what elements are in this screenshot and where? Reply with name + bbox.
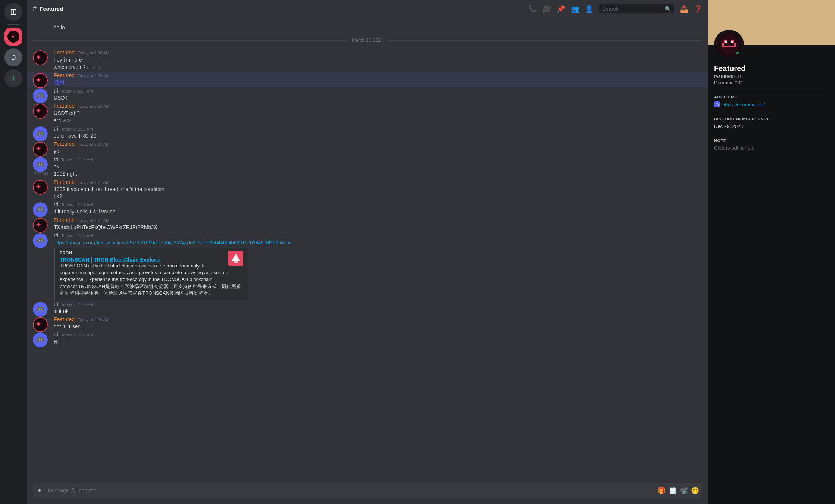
avatar[interactable]: 🎮 [33, 233, 48, 248]
avatar[interactable]: 🎮 [33, 88, 48, 103]
help-icon[interactable]: ❓ [694, 5, 702, 13]
emoji-icon[interactable]: 😊 [691, 486, 699, 495]
avatar[interactable]: ✦ [33, 104, 48, 119]
profile-avatar[interactable] [714, 30, 744, 60]
message-timestamp: Today at 2:11 AM [78, 218, 109, 223]
avatar[interactable]: 🎮 [33, 202, 48, 217]
search-box[interactable]: Search 🔍 [599, 4, 674, 13]
svg-rect-26 [725, 41, 727, 43]
message-header: tri Today at 2:11 AM [54, 201, 702, 207]
message-row: 2:10 AM 100$ right [54, 170, 702, 178]
gif-icon[interactable]: 📽️ [680, 486, 688, 495]
link-embed: TRON TRONSCAN | TRON BlockChain Explorer… [54, 248, 248, 300]
message-header: tri Today at 2:10 AM [54, 88, 702, 94]
server-icon-main[interactable]: ✦ [4, 28, 22, 46]
message-username[interactable]: tri [54, 88, 58, 94]
featured-avatar: ✦ [33, 104, 48, 119]
avatar[interactable]: ✦ [33, 50, 48, 65]
profile-website-link[interactable]: ⬡ https://demonic.pro/ [714, 101, 829, 107]
message-header: Featured Today at 2:11 AM [54, 179, 702, 185]
table-row: 🎮 tri Today at 2:10 AM ok 2:10 AM 100$ r… [27, 156, 708, 178]
message-username[interactable]: tri [54, 126, 58, 132]
profile-link-text: https://demonic.pro/ [722, 102, 765, 107]
channel-name: Featured [40, 6, 63, 12]
profile-icon[interactable]: 👤 [585, 5, 593, 13]
gift-icon[interactable]: 🎁 [657, 486, 666, 495]
embed-title[interactable]: TRONSCAN | TRON BlockChain Explorer [60, 257, 161, 263]
svg-rect-16 [234, 258, 238, 263]
link-icon: ⬡ [714, 101, 720, 107]
channel-hash-icon: # [33, 5, 37, 13]
message-timestamp: Today at 2:10 AM [78, 142, 109, 147]
inbox-icon[interactable]: 📥 [680, 5, 688, 13]
tronscan-link[interactable]: https://tronscan.org/#/transaction/2657f… [54, 240, 292, 245]
message-text: https://tronscan.org/#/transaction/2657f… [54, 239, 702, 246]
tri-avatar: 🎮 [33, 233, 48, 248]
sticker-icon[interactable]: 🗒️ [669, 486, 677, 495]
message-username[interactable]: tri [54, 156, 58, 162]
tri-avatar: 🎮 [33, 302, 48, 317]
message-input[interactable] [46, 483, 654, 498]
message-timestamp: Today at 2:10 AM [78, 104, 109, 109]
avatar[interactable]: ✦ [33, 73, 48, 88]
add-server-button[interactable]: + [4, 69, 22, 87]
list-item: hello [27, 24, 708, 32]
message-username[interactable]: Featured [54, 50, 75, 56]
chat-messages: hello March 23, 2024 ✦ Featured Today at… [27, 18, 708, 483]
message-username[interactable]: tri [54, 232, 58, 238]
avatar[interactable]: 🎮 [33, 302, 48, 317]
search-placeholder: Search [602, 6, 619, 12]
mention: @tri [54, 79, 65, 85]
message-username[interactable]: tri [54, 201, 58, 207]
message-timestamp: Today at 2:32 AM [61, 333, 93, 337]
featured-avatar: ✦ [33, 218, 48, 233]
table-row: ✦ Featured Today at 2:10 AM ye [27, 140, 708, 156]
tri-avatar: 🎮 [33, 126, 48, 141]
chat-header-left: # Featured [33, 5, 63, 13]
tri-avatar: 🎮 [33, 332, 48, 347]
message-username[interactable]: tri [54, 301, 58, 307]
avatar[interactable]: ✦ [33, 180, 48, 195]
message-text: hey i'm here [54, 56, 702, 63]
message-username[interactable]: tri [54, 332, 58, 338]
video-icon[interactable]: 🎥 [542, 5, 551, 13]
table-row: 🎮 tri Today at 2:12 AM https://tronscan.… [27, 232, 708, 300]
svg-rect-25 [724, 46, 734, 47]
chat-main: # Featured 📞 🎥 📌 👥 👤 Search 🔍 📥 ❓ hello … [27, 0, 708, 504]
message-username[interactable]: Featured [54, 103, 75, 109]
message-username[interactable]: Featured [54, 72, 75, 78]
table-row: 🎮 tri Today at 2:19 AM is it ok [27, 300, 708, 316]
message-header: tri Today at 2:10 AM [54, 156, 702, 162]
message-username[interactable]: Featured [54, 316, 75, 322]
avatar[interactable]: ✦ [33, 218, 48, 233]
avatar[interactable]: ✦ [33, 317, 48, 332]
message-username[interactable]: Featured [54, 217, 75, 223]
message-username[interactable]: Featured [54, 141, 75, 147]
date-divider-text: March 23, 2024 [347, 38, 387, 43]
server-icon-2[interactable]: D [4, 48, 22, 66]
pin-icon[interactable]: 📌 [557, 5, 565, 13]
message-text: 100$ if you vouch on thread, that's the … [54, 186, 702, 193]
table-row: ✦ Featured Today at 1:08 AM hey i'm here… [27, 49, 708, 72]
svg-text:✦: ✦ [35, 145, 41, 153]
message-text: Hi [54, 338, 702, 345]
profile-handle: featured0516 [714, 73, 829, 79]
user-profile-panel: Featured featured0516 Demonic AIO ABOUT … [708, 0, 835, 504]
note-input[interactable]: Click to add a note [714, 145, 829, 151]
profile-divider [714, 90, 829, 90]
svg-text:✦: ✦ [35, 221, 41, 229]
avatar[interactable]: 🎮 [33, 157, 48, 172]
avatar[interactable]: ✦ [33, 142, 48, 157]
embed-description: TRONSCAN is the first blockchain browser… [60, 263, 243, 297]
add-member-icon[interactable]: 👥 [571, 5, 579, 13]
add-attachment-button[interactable]: + [36, 483, 43, 498]
message-username[interactable]: Featured [54, 179, 75, 185]
avatar[interactable]: 🎮 [33, 332, 48, 347]
home-icon[interactable]: ⊞ [4, 3, 22, 21]
message-text: do u have TRC-20 [54, 132, 702, 140]
message-text: ok [54, 163, 702, 170]
message-text: if it really work, I will vouch [54, 208, 702, 215]
message-text: 100$ right [54, 170, 77, 178]
avatar[interactable]: 🎮 [33, 126, 48, 141]
phone-icon[interactable]: 📞 [528, 5, 537, 13]
